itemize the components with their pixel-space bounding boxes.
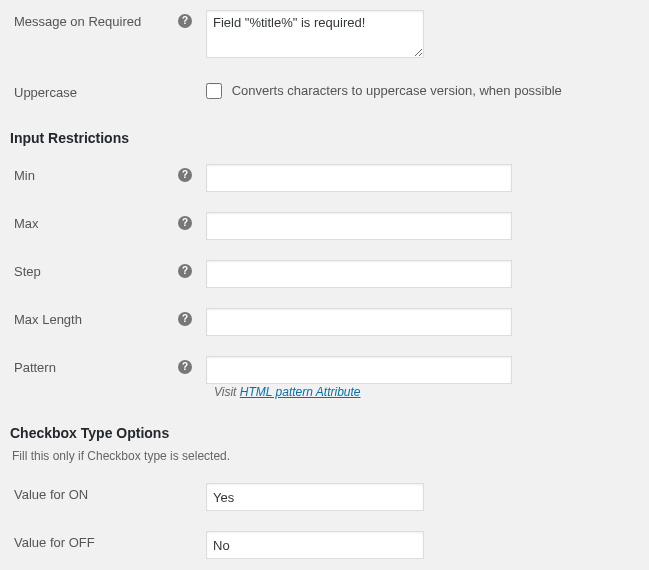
section-input-restrictions: Input Restrictions	[0, 114, 649, 154]
section-title-input-restrictions: Input Restrictions	[10, 124, 649, 152]
label-step: Step	[14, 264, 41, 279]
help-icon[interactable]: ?	[178, 360, 192, 374]
help-icon[interactable]: ?	[178, 312, 192, 326]
row-value-on: Value for ON	[0, 473, 649, 521]
label-uppercase: Uppercase	[14, 85, 77, 100]
settings-form: Message on Required ? Uppercase Converts…	[0, 0, 649, 569]
row-max-length: Max Length ?	[0, 298, 649, 346]
message-required-textarea[interactable]	[206, 10, 424, 58]
max-input[interactable]	[206, 212, 512, 240]
pattern-input[interactable]	[206, 356, 512, 384]
help-icon[interactable]: ?	[178, 14, 192, 28]
label-pattern: Pattern	[14, 360, 56, 375]
row-pattern: Pattern ? Visit HTML pattern Attribute	[0, 346, 649, 409]
label-max: Max	[14, 216, 39, 231]
label-message-required: Message on Required	[14, 14, 141, 29]
row-uppercase: Uppercase Converts characters to upperca…	[0, 71, 649, 114]
row-step: Step ?	[0, 250, 649, 298]
help-icon[interactable]: ?	[178, 216, 192, 230]
label-value-on: Value for ON	[14, 487, 88, 502]
label-max-length: Max Length	[14, 312, 82, 327]
value-on-input[interactable]	[206, 483, 424, 511]
row-max: Max ?	[0, 202, 649, 250]
label-min: Min	[14, 168, 35, 183]
help-icon[interactable]: ?	[178, 264, 192, 278]
value-off-input[interactable]	[206, 531, 424, 559]
row-message-required: Message on Required ?	[0, 0, 649, 71]
max-length-input[interactable]	[206, 308, 512, 336]
section-desc-checkbox-options: Fill this only if Checkbox type is selec…	[0, 449, 649, 473]
uppercase-desc: Converts characters to uppercase version…	[232, 81, 562, 100]
pattern-link[interactable]: HTML pattern Attribute	[240, 385, 361, 399]
uppercase-checkbox[interactable]	[206, 83, 222, 99]
label-value-off: Value for OFF	[14, 535, 95, 550]
row-min: Min ?	[0, 154, 649, 202]
row-value-off: Value for OFF	[0, 521, 649, 569]
section-desc-text: Fill this only if Checkbox type is selec…	[12, 449, 230, 463]
min-input[interactable]	[206, 164, 512, 192]
section-title-checkbox-options: Checkbox Type Options	[10, 419, 649, 447]
step-input[interactable]	[206, 260, 512, 288]
help-icon[interactable]: ?	[178, 168, 192, 182]
section-checkbox-options: Checkbox Type Options	[0, 409, 649, 449]
pattern-note-prefix: Visit	[214, 385, 240, 399]
pattern-note: Visit HTML pattern Attribute	[214, 385, 361, 399]
